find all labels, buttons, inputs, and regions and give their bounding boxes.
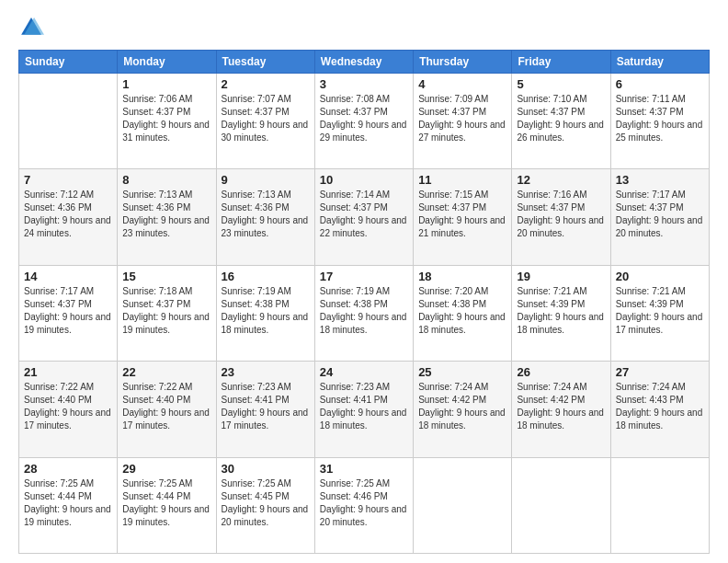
calendar-cell: 8 Sunrise: 7:13 AM Sunset: 4:36 PM Dayli… — [118, 169, 216, 265]
day-number: 5 — [517, 77, 605, 91]
day-info: Sunrise: 7:24 AM Sunset: 4:42 PM Dayligh… — [418, 381, 506, 432]
day-number: 16 — [222, 270, 310, 283]
day-number: 28 — [24, 462, 112, 476]
day-info: Sunrise: 7:24 AM Sunset: 4:43 PM Dayligh… — [616, 381, 704, 432]
calendar-week-row: 1 Sunrise: 7:06 AM Sunset: 4:37 PM Dayli… — [19, 74, 710, 169]
day-number: 18 — [418, 270, 506, 283]
weekday-header: Monday — [118, 51, 216, 74]
day-info: Sunrise: 7:19 AM Sunset: 4:38 PM Dayligh… — [320, 285, 408, 337]
calendar-cell: 28 Sunrise: 7:25 AM Sunset: 4:44 PM Dayl… — [19, 457, 118, 553]
weekday-header: Thursday — [414, 51, 512, 74]
calendar-cell: 4 Sunrise: 7:09 AM Sunset: 4:37 PM Dayli… — [414, 74, 512, 169]
day-number: 29 — [122, 462, 210, 476]
day-info: Sunrise: 7:12 AM Sunset: 4:36 PM Dayligh… — [24, 189, 112, 240]
calendar-cell: 26 Sunrise: 7:24 AM Sunset: 4:42 PM Dayl… — [512, 362, 610, 457]
calendar-cell: 9 Sunrise: 7:13 AM Sunset: 4:36 PM Dayli… — [216, 169, 314, 265]
calendar-cell: 16 Sunrise: 7:19 AM Sunset: 4:38 PM Dayl… — [216, 265, 314, 361]
day-number: 12 — [517, 173, 605, 187]
calendar-week-row: 14 Sunrise: 7:17 AM Sunset: 4:37 PM Dayl… — [19, 265, 710, 361]
day-info: Sunrise: 7:23 AM Sunset: 4:41 PM Dayligh… — [222, 381, 310, 432]
calendar-cell: 3 Sunrise: 7:08 AM Sunset: 4:37 PM Dayli… — [314, 74, 413, 169]
day-info: Sunrise: 7:25 AM Sunset: 4:46 PM Dayligh… — [320, 477, 408, 529]
day-info: Sunrise: 7:11 AM Sunset: 4:37 PM Dayligh… — [616, 93, 704, 144]
day-info: Sunrise: 7:13 AM Sunset: 4:36 PM Dayligh… — [122, 189, 210, 240]
weekday-header: Tuesday — [216, 51, 314, 74]
day-number: 9 — [222, 173, 310, 187]
calendar-header-row: SundayMondayTuesdayWednesdayThursdayFrid… — [19, 51, 710, 74]
day-number: 10 — [320, 173, 408, 187]
logo — [18, 15, 48, 40]
day-number: 19 — [517, 270, 605, 283]
day-info: Sunrise: 7:25 AM Sunset: 4:45 PM Dayligh… — [222, 477, 310, 529]
day-info: Sunrise: 7:09 AM Sunset: 4:37 PM Dayligh… — [418, 93, 506, 144]
calendar-cell: 23 Sunrise: 7:23 AM Sunset: 4:41 PM Dayl… — [216, 362, 314, 457]
day-number: 22 — [122, 365, 210, 379]
calendar-cell: 21 Sunrise: 7:22 AM Sunset: 4:40 PM Dayl… — [19, 362, 118, 457]
calendar-cell: 15 Sunrise: 7:18 AM Sunset: 4:37 PM Dayl… — [118, 265, 216, 361]
calendar-cell — [414, 457, 512, 553]
calendar-week-row: 7 Sunrise: 7:12 AM Sunset: 4:36 PM Dayli… — [19, 169, 710, 265]
day-number: 2 — [222, 77, 310, 91]
calendar-week-row: 21 Sunrise: 7:22 AM Sunset: 4:40 PM Dayl… — [19, 362, 710, 457]
calendar-cell — [610, 457, 709, 553]
calendar-cell: 10 Sunrise: 7:14 AM Sunset: 4:37 PM Dayl… — [314, 169, 413, 265]
calendar-cell: 5 Sunrise: 7:10 AM Sunset: 4:37 PM Dayli… — [512, 74, 610, 169]
day-info: Sunrise: 7:06 AM Sunset: 4:37 PM Dayligh… — [122, 93, 210, 144]
day-number: 23 — [222, 365, 310, 379]
day-number: 26 — [517, 365, 605, 379]
day-number: 14 — [24, 270, 112, 283]
day-info: Sunrise: 7:15 AM Sunset: 4:37 PM Dayligh… — [418, 189, 506, 240]
calendar-week-row: 28 Sunrise: 7:25 AM Sunset: 4:44 PM Dayl… — [19, 457, 710, 553]
day-info: Sunrise: 7:22 AM Sunset: 4:40 PM Dayligh… — [24, 381, 112, 432]
day-number: 25 — [418, 365, 506, 379]
day-info: Sunrise: 7:16 AM Sunset: 4:37 PM Dayligh… — [517, 189, 605, 240]
day-number: 1 — [122, 77, 210, 91]
calendar-table: SundayMondayTuesdayWednesdayThursdayFrid… — [18, 50, 710, 554]
day-info: Sunrise: 7:19 AM Sunset: 4:38 PM Dayligh… — [222, 285, 310, 337]
day-number: 15 — [122, 270, 210, 283]
calendar-cell: 17 Sunrise: 7:19 AM Sunset: 4:38 PM Dayl… — [314, 265, 413, 361]
day-number: 17 — [320, 270, 408, 283]
day-info: Sunrise: 7:24 AM Sunset: 4:42 PM Dayligh… — [517, 381, 605, 432]
day-number: 27 — [616, 365, 704, 379]
day-info: Sunrise: 7:07 AM Sunset: 4:37 PM Dayligh… — [222, 93, 310, 144]
calendar-cell: 11 Sunrise: 7:15 AM Sunset: 4:37 PM Dayl… — [414, 169, 512, 265]
day-number: 31 — [320, 462, 408, 476]
calendar-cell: 27 Sunrise: 7:24 AM Sunset: 4:43 PM Dayl… — [610, 362, 709, 457]
calendar-cell — [19, 74, 118, 169]
day-info: Sunrise: 7:25 AM Sunset: 4:44 PM Dayligh… — [122, 477, 210, 529]
day-info: Sunrise: 7:25 AM Sunset: 4:44 PM Dayligh… — [24, 477, 112, 529]
day-number: 24 — [320, 365, 408, 379]
day-info: Sunrise: 7:08 AM Sunset: 4:37 PM Dayligh… — [320, 93, 408, 144]
day-info: Sunrise: 7:21 AM Sunset: 4:39 PM Dayligh… — [616, 285, 704, 337]
day-info: Sunrise: 7:10 AM Sunset: 4:37 PM Dayligh… — [517, 93, 605, 144]
calendar-cell: 6 Sunrise: 7:11 AM Sunset: 4:37 PM Dayli… — [610, 74, 709, 169]
calendar-cell: 14 Sunrise: 7:17 AM Sunset: 4:37 PM Dayl… — [19, 265, 118, 361]
weekday-header: Wednesday — [314, 51, 413, 74]
weekday-header: Sunday — [19, 51, 118, 74]
calendar-cell: 2 Sunrise: 7:07 AM Sunset: 4:37 PM Dayli… — [216, 74, 314, 169]
day-number: 20 — [616, 270, 704, 283]
weekday-header: Saturday — [610, 51, 709, 74]
calendar-cell: 13 Sunrise: 7:17 AM Sunset: 4:37 PM Dayl… — [610, 169, 709, 265]
day-info: Sunrise: 7:17 AM Sunset: 4:37 PM Dayligh… — [616, 189, 704, 240]
day-number: 30 — [222, 462, 310, 476]
calendar-cell: 18 Sunrise: 7:20 AM Sunset: 4:38 PM Dayl… — [414, 265, 512, 361]
day-info: Sunrise: 7:22 AM Sunset: 4:40 PM Dayligh… — [122, 381, 210, 432]
page: SundayMondayTuesdayWednesdayThursdayFrid… — [0, 0, 728, 563]
calendar-cell: 1 Sunrise: 7:06 AM Sunset: 4:37 PM Dayli… — [118, 74, 216, 169]
calendar-cell: 7 Sunrise: 7:12 AM Sunset: 4:36 PM Dayli… — [19, 169, 118, 265]
day-info: Sunrise: 7:23 AM Sunset: 4:41 PM Dayligh… — [320, 381, 408, 432]
day-number: 7 — [24, 173, 112, 187]
day-number: 11 — [418, 173, 506, 187]
header — [18, 15, 710, 40]
day-info: Sunrise: 7:14 AM Sunset: 4:37 PM Dayligh… — [320, 189, 408, 240]
calendar-cell: 30 Sunrise: 7:25 AM Sunset: 4:45 PM Dayl… — [216, 457, 314, 553]
calendar-cell: 31 Sunrise: 7:25 AM Sunset: 4:46 PM Dayl… — [314, 457, 413, 553]
calendar-cell: 12 Sunrise: 7:16 AM Sunset: 4:37 PM Dayl… — [512, 169, 610, 265]
calendar-cell — [512, 457, 610, 553]
day-number: 8 — [122, 173, 210, 187]
day-info: Sunrise: 7:21 AM Sunset: 4:39 PM Dayligh… — [517, 285, 605, 337]
calendar-cell: 25 Sunrise: 7:24 AM Sunset: 4:42 PM Dayl… — [414, 362, 512, 457]
day-number: 6 — [616, 77, 704, 91]
